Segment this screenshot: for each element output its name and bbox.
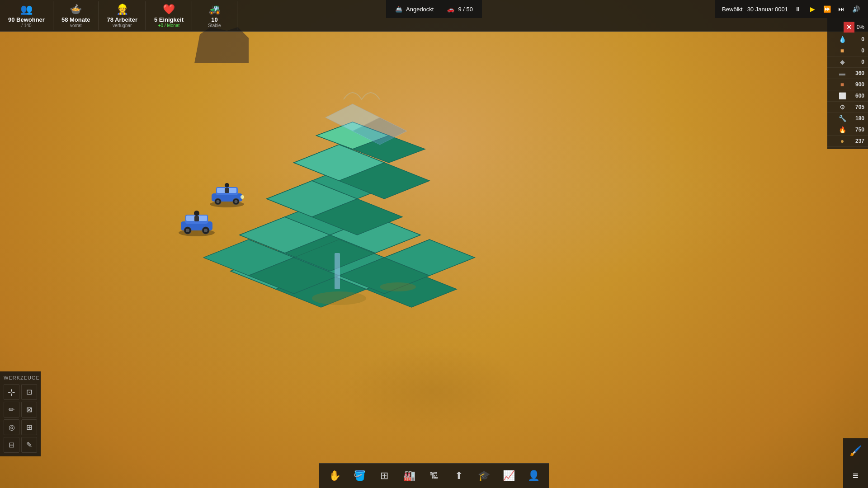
tool-move[interactable]: ⊡ [21,384,37,400]
food-value: 0 [849,47,864,54]
water-icon: 💧 [838,35,846,43]
toolbar-upgrade[interactable]: ⬆ [448,466,470,486]
toolbar-factory[interactable]: 🏭 [398,466,420,486]
toolbar-chart[interactable]: 📈 [497,466,520,486]
planks-icon: ▬ [838,69,846,77]
months-sub: vorrat [70,23,82,28]
svg-point-56 [217,200,220,203]
wrench-value: 180 [849,115,864,122]
workers-sub: verfügbar [113,23,132,28]
food-icon: ■ [838,47,846,55]
resource-food: ■ 0 [827,45,868,56]
weather-label: Bewölkt [722,6,743,13]
concrete-icon: ⬜ [838,92,846,100]
bricks-icon: ■ [838,80,846,89]
hud-months: 🍲 58 Monate vorrat [53,1,99,30]
toolbar-people[interactable]: 👤 [522,466,545,486]
toolbar-grid[interactable]: ⊞ [373,466,396,486]
dock-icon: 🚢 [395,6,402,13]
fuel-value: 750 [849,127,864,133]
tools-title: WERKZEUGE [4,375,37,380]
concrete-value: 600 [849,93,864,99]
stable-icon: 🚜 [208,4,221,15]
resource-tools: ⚙ 705 [827,102,868,113]
toolbar-bucket[interactable]: 🪣 [348,466,371,486]
resource-planks: ▬ 360 [827,68,868,79]
vehicle-icon: 🚗 [447,6,454,13]
residents-icon: 👥 [20,4,33,15]
vehicle-count: 🚗 9 / 50 [447,6,473,13]
close-resource-panel-button[interactable]: ✕ [844,22,854,33]
tools-value: 705 [849,104,864,110]
hud-workers: 👷 78 Arbeiter verfügbar [99,1,146,30]
tools-grid: ⊹ ⊡ ✏ ⊠ ◎ ⊞ ⊟ ✎ [4,384,37,453]
fast-forward-button[interactable]: ⏩ [821,4,832,14]
resource-percent: 0% [857,24,864,30]
toolbar-building[interactable]: 🏗 [423,466,445,486]
faster-forward-button[interactable]: ⏭ [836,4,847,14]
tool-paint[interactable]: ✏ [4,402,19,418]
menu-icon: ≡ [853,470,859,482]
toolbar-hand[interactable]: ✋ [323,466,346,486]
pause-button[interactable]: ⏸ [793,4,803,14]
menu-button[interactable]: ≡ [843,463,868,488]
tool-edit[interactable]: ✎ [21,437,37,453]
ammo-value: 237 [849,138,864,144]
hud-stable: 🚜 10 Stable [192,1,237,30]
resource-water: 💧 0 [827,34,868,45]
tool-stamp[interactable]: ⊠ [21,402,37,418]
center-top-bar: 🚢 Angedockt 🚗 9 / 50 [386,0,482,18]
vehicle-label: 9 / 50 [458,6,473,13]
play-button[interactable]: ▶ [807,4,818,14]
stone-icon: ◆ [838,58,846,66]
resource-concrete: ⬜ 600 [827,90,868,102]
dock-info: 🚢 Angedockt [395,6,434,13]
hud-unity: ❤️ 5 Einigkeit +0 / Monat [146,1,192,30]
brush-button[interactable]: 🖌️ [843,438,868,463]
tools-panel: WERKZEUGE ⊹ ⊡ ✏ ⊠ ◎ ⊞ ⊟ ✎ [0,371,41,456]
resource-wrench: 🔧 180 [827,113,868,124]
dock-label: Angedockt [406,6,434,13]
svg-point-59 [225,183,229,188]
resource-panel: ✕ 0% 💧 0 ■ 0 ◆ 0 ▬ 360 ■ 900 ⬜ 600 ⚙ 705… [827,18,868,149]
top-right-bar: Bewölkt 30 Januar 0001 ⏸ ▶ ⏩ ⏭ 🔊 [715,0,868,18]
unity-sub: +0 / Monat [158,23,180,28]
svg-rect-35 [335,253,340,289]
residents-sub: / 140 [21,23,31,28]
wrench-icon: 🔧 [838,114,846,122]
svg-point-58 [241,195,244,199]
tool-layers[interactable]: ⊟ [4,437,19,453]
resource-panel-header: ✕ 0% [827,20,868,34]
svg-point-45 [186,229,189,232]
stable-sub: Stable [208,23,221,28]
brush-icon: 🖌️ [849,445,862,457]
workers-icon: 👷 [116,4,128,15]
tool-stats[interactable]: ⊞ [21,419,37,435]
sound-button[interactable]: 🔊 [850,4,861,14]
stone-value: 0 [849,59,864,65]
svg-point-57 [235,200,238,203]
tools-icon: ⚙ [838,103,846,111]
playback-controls[interactable]: ⏸ ▶ ⏩ ⏭ 🔊 [793,4,861,14]
water-value: 0 [849,36,864,42]
vehicle-2 [208,181,246,208]
ammo-icon: ● [838,137,846,145]
resource-stone: ◆ 0 [827,56,868,68]
toolbar-school[interactable]: 🎓 [472,466,495,486]
svg-point-37 [380,282,416,291]
fuel-icon: 🔥 [838,126,846,134]
resource-bricks: ■ 900 [827,79,868,90]
date-label: 30 Januar 0001 [747,6,788,13]
svg-rect-60 [225,188,229,193]
svg-point-46 [204,229,208,232]
svg-point-36 [312,291,366,305]
tool-select[interactable]: ⊹ [4,384,19,400]
residents-value: 90 Bewohner [8,16,45,23]
bottom-toolbar: ✋ 🪣 ⊞ 🏭 🏗 ⬆ 🎓 📈 👤 [319,463,549,488]
resource-fuel: 🔥 750 [827,124,868,136]
tool-zone[interactable]: ◎ [4,419,19,435]
game-viewport [0,0,868,488]
months-value: 58 Monate [61,16,90,23]
stable-value: 10 [211,16,217,23]
svg-rect-48 [194,216,199,221]
